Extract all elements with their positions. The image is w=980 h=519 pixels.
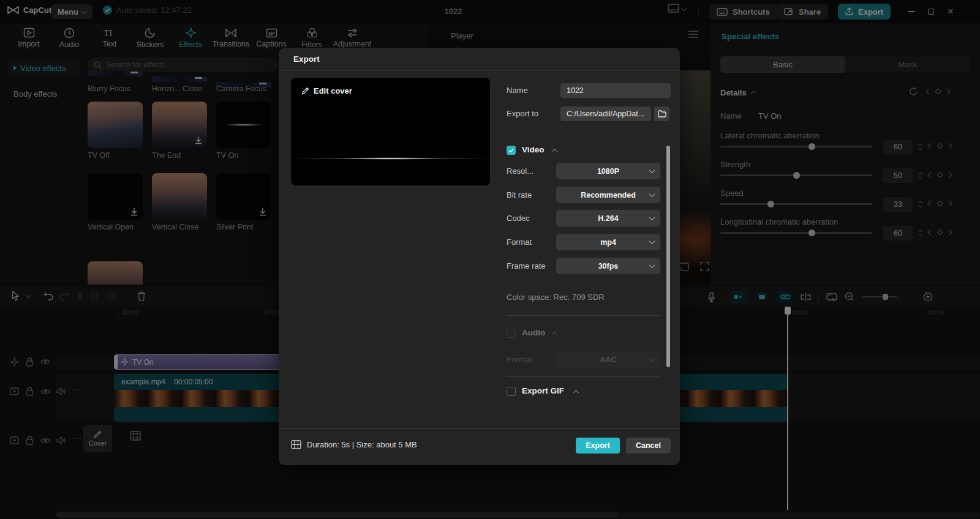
export-path-input[interactable]: C:/Users/adil/AppDat... (560, 106, 651, 121)
bitrate-select[interactable]: Recommended (556, 187, 660, 203)
format-select[interactable]: mp4 (556, 234, 660, 250)
audio-section-label: Audio (522, 328, 545, 337)
divider (507, 315, 660, 316)
divider (279, 70, 680, 71)
name-input[interactable]: 1022 (560, 83, 671, 98)
film-icon (291, 440, 301, 449)
chevron-down-icon (649, 238, 655, 244)
chevron-down-icon (649, 191, 655, 197)
tv-on-streak (291, 154, 490, 163)
color-space-info: Color space: Rec. 709 SDR (507, 293, 605, 302)
chevron-down-icon (649, 214, 655, 220)
audio-format-select: AAC (556, 351, 660, 368)
export-gif-label: Export GIF (522, 386, 564, 395)
framerate-select[interactable]: 30fps (556, 258, 660, 274)
capcut-window: CapCut Menu Auto saved: 12:47:22 1022 Sh… (0, 0, 980, 519)
browse-folder-button[interactable] (654, 106, 669, 121)
collapse-icon[interactable] (552, 149, 558, 155)
framerate-label: Frame rate (507, 261, 546, 271)
export-gif-checkbox[interactable] (507, 387, 516, 396)
divider (279, 428, 680, 429)
audio-format-label: Format (507, 355, 532, 364)
chevron-down-icon (649, 167, 655, 173)
export-confirm-button[interactable]: Export (576, 438, 620, 454)
video-checkbox[interactable] (507, 146, 516, 155)
cover-preview: Edit cover (291, 78, 490, 185)
format-label: Format (507, 237, 532, 247)
name-label: Name (507, 86, 528, 95)
dialog-title: Export (293, 54, 320, 64)
codec-label: Codec (507, 214, 530, 223)
resolution-label: Resol... (507, 166, 533, 176)
divider (507, 376, 660, 377)
codec-select[interactable]: H.264 (556, 210, 660, 226)
cancel-button[interactable]: Cancel (626, 438, 671, 454)
check-icon (508, 148, 514, 153)
export-to-label: Export to (507, 109, 538, 118)
collapse-icon[interactable] (573, 390, 579, 396)
bitrate-label: Bit rate (507, 190, 532, 200)
chevron-down-icon (649, 356, 655, 362)
edit-cover-button[interactable]: Edit cover (301, 86, 352, 95)
export-summary: Duration: 5s | Size: about 5 MB (307, 440, 417, 449)
collapse-icon[interactable] (552, 332, 558, 338)
dialog-scrollbar[interactable] (666, 146, 670, 367)
folder-icon (658, 110, 666, 118)
pencil-icon (301, 87, 309, 95)
audio-checkbox[interactable] (507, 329, 516, 338)
video-section-label: Video (522, 145, 545, 154)
export-dialog: Export Edit cover Name 1022 Export to C:… (279, 48, 680, 465)
chevron-down-icon (649, 262, 655, 268)
resolution-select[interactable]: 1080P (556, 163, 660, 179)
